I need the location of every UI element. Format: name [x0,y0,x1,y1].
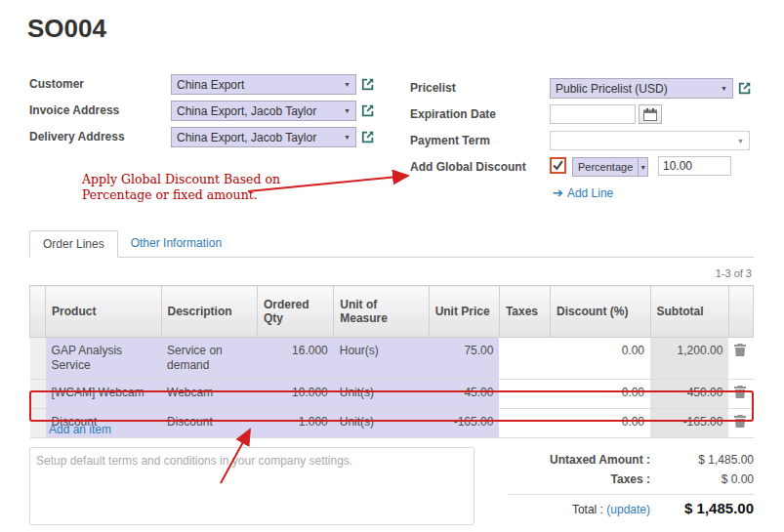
invoice-address-external-link-icon[interactable] [361,103,375,117]
pricelist-field[interactable]: Public Pricelist (USD) ▼ [550,78,733,99]
cell-subtotal: 450.00 [650,380,728,409]
customer-field[interactable]: China Export ▼ [171,74,356,95]
total-row: Total : (update) $ 1,485.00 [508,499,754,519]
totals-summary: Untaxed Amount : $ 1,485.00 Taxes : $ 0.… [508,450,754,519]
customer-value: China Export [177,78,244,92]
total-value: $ 1,485.00 [664,499,754,518]
untaxed-amount-label: Untaxed Amount : [508,450,664,470]
annotation-note-line2: Percentage or fixed amount. [82,187,287,203]
header-product: Product [46,286,161,338]
cell-qty[interactable]: 16.000 [257,338,333,380]
trash-icon[interactable] [734,415,746,431]
chevron-down-icon: ▼ [340,81,351,88]
add-line-label: Add Line [567,186,613,200]
cell-price[interactable]: 45.00 [429,380,499,409]
invoice-address-label: Invoice Address [29,103,119,117]
check-icon [553,160,563,171]
header-description: Description [161,286,257,338]
cell-discount[interactable]: 0.00 [551,380,650,409]
cell-discount[interactable]: 0.00 [551,409,650,438]
cell-uom[interactable]: Hour(s) [334,338,429,380]
header-unit-price: Unit Price [429,286,499,338]
header-handle [30,286,46,338]
cell-taxes[interactable] [499,338,550,380]
tab-other-information[interactable]: Other Information [118,230,234,258]
global-discount-checkbox[interactable] [550,157,566,174]
trash-icon[interactable] [734,386,746,402]
notebook-tabs: Order Lines Other Information [29,230,754,258]
chevron-down-icon: ▼ [717,85,727,92]
chevron-down-icon: ▼ [340,134,351,141]
delivery-address-field[interactable]: China Export, Jacob Taylor ▼ [171,127,356,147]
annotation-global-discount-note: Apply Global Discount Based on Percentag… [82,172,287,204]
totals-divider [508,494,754,495]
delivery-address-external-link-icon[interactable] [361,130,375,143]
expiration-date-input[interactable] [550,104,636,124]
cell-discount[interactable]: 0.00 [551,338,650,380]
header-taxes: Taxes [499,286,550,338]
cell-delete [728,380,753,409]
terms-and-conditions-textarea[interactable] [29,447,475,525]
header-delete [728,286,753,338]
calendar-button[interactable] [639,104,662,124]
cell-price[interactable]: 75.00 [429,338,499,380]
payment-term-label: Payment Term [410,134,490,147]
cell-subtotal: 1,200.00 [650,338,728,380]
tab-order-lines[interactable]: Order Lines [29,230,118,258]
order-lines-table: Product Description Ordered Qty Unit of … [29,285,754,438]
add-an-item-link[interactable]: Add an item [29,423,111,436]
discount-type-select[interactable]: Percentage ▼ [572,157,648,177]
update-total-link[interactable]: (update) [606,503,650,516]
delivery-address-label: Delivery Address [29,130,125,143]
cell-subtotal: -165.00 [650,409,728,438]
page-title: SO004 [27,14,106,44]
payment-term-select[interactable]: ▼ [550,131,750,150]
header-ordered-qty: Ordered Qty [257,286,333,338]
chevron-down-icon: ▼ [340,107,351,114]
order-line-row: [WCAM] Webcam Webcam 10.000 Unit(s) 45.0… [30,380,754,409]
annotation-note-line1: Apply Global Discount Based on [82,172,287,187]
cell-qty[interactable]: 10.000 [257,380,333,409]
cell-description[interactable]: Discount [161,409,257,438]
trash-icon[interactable] [734,344,746,360]
header-discount: Discount (%) [551,286,650,338]
table-header-row: Product Description Ordered Qty Unit of … [30,286,754,338]
discount-type-value: Percentage [573,161,638,173]
chevron-down-icon: ▼ [638,158,647,176]
cell-uom[interactable]: Unit(s) [334,380,429,409]
cell-product[interactable]: [WCAM] Webcam [46,380,161,409]
invoice-address-field[interactable]: China Export, Jacob Taylor ▼ [171,101,356,121]
global-discount-label: Add Global Discount [410,160,526,174]
cell-description[interactable]: Webcam [161,380,257,409]
taxes-row: Taxes : $ 0.00 [508,470,754,489]
order-line-row: GAP Analysis Service Service on demand 1… [30,338,754,380]
pricelist-value: Public Pricelist (USD) [556,82,668,96]
cell-product[interactable]: GAP Analysis Service [46,338,161,380]
chevron-down-icon: ▼ [737,138,744,144]
calendar-icon [643,108,657,121]
header-subtotal: Subtotal [650,286,728,338]
expiration-date-label: Expiration Date [410,107,496,121]
cell-qty[interactable]: 1.000 [257,409,333,438]
pricelist-external-link-icon[interactable] [738,81,752,95]
untaxed-amount-row: Untaxed Amount : $ 1,485.00 [508,450,754,470]
delivery-address-value: China Export, Jacob Taylor [177,131,316,144]
add-line-link[interactable]: ➔ Add Line [553,185,613,200]
discount-amount-input[interactable] [658,156,731,176]
taxes-label: Taxes : [508,470,664,489]
cell-uom[interactable]: Unit(s) [334,409,429,438]
cell-taxes[interactable] [499,380,550,409]
taxes-value: $ 0.00 [664,470,754,489]
cell-description[interactable]: Service on demand [161,338,257,380]
cell-delete [728,409,753,438]
pager: 1-3 of 3 [716,267,752,279]
total-label: Total : [572,503,603,516]
add-line-arrow-icon: ➔ [553,185,563,200]
cell-price[interactable]: -165.00 [429,409,499,438]
sale-order-page: SO004 Customer China Export ▼ Invoice Ad… [0,0,784,532]
customer-label: Customer [29,77,84,91]
pricelist-label: Pricelist [410,81,456,95]
customer-external-link-icon[interactable] [361,77,375,91]
cell-taxes[interactable] [499,409,550,438]
cell-delete [728,338,753,380]
